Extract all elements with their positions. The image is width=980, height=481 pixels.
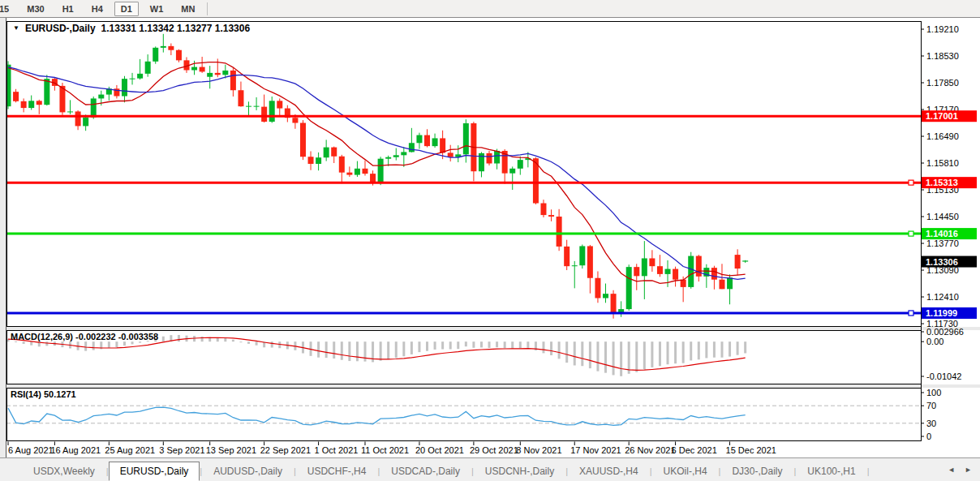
tab-usdx-weekly[interactable]: USDX,Weekly: [22, 462, 106, 481]
macd-histogram-bar: [23, 341, 25, 344]
timeframe-button-h4[interactable]: H4: [85, 2, 110, 16]
tab-dj30-daily[interactable]: DJ30-,Daily: [720, 462, 793, 481]
macd-histogram-bar: [519, 341, 522, 348]
date-axis-label: 6 Dec 2021: [672, 445, 717, 455]
candle-body: [292, 118, 298, 122]
macd-histogram-bar: [380, 341, 382, 361]
rsi-axis-label: 70: [926, 401, 936, 410]
date-axis-label: 16 Aug 2021: [50, 445, 101, 455]
macd-histogram-bar: [713, 341, 716, 358]
candle-body: [611, 294, 617, 313]
candle-body: [696, 256, 702, 277]
timeframe-button-d1[interactable]: D1: [114, 2, 139, 16]
candle-body: [579, 246, 585, 265]
macd-histogram-bar: [131, 341, 134, 344]
candle-body: [137, 74, 143, 79]
candle-body: [494, 151, 500, 164]
candle-body: [362, 169, 368, 174]
tab-usdcad-daily[interactable]: USDCAD-,Daily: [380, 462, 471, 481]
candle-body: [432, 138, 438, 146]
macd-histogram-bar: [565, 341, 568, 363]
macd-histogram-bar: [201, 337, 204, 341]
macd-histogram-bar: [441, 341, 444, 349]
tab-eurusd-daily[interactable]: EURUSD-,Daily: [109, 462, 200, 481]
date-axis-label: 8 Nov 2021: [516, 445, 561, 455]
timeframe-button-h1[interactable]: H1: [56, 2, 80, 16]
macd-histogram-bar: [15, 341, 17, 342]
candle-body: [21, 101, 27, 108]
line-handle[interactable]: [909, 180, 913, 185]
candle-body: [595, 278, 600, 298]
rsi-axis-label: 100: [926, 388, 941, 397]
price-axis-label: 1.15810: [926, 158, 959, 168]
macd-histogram-bar: [341, 341, 343, 360]
macd-histogram-bar: [426, 341, 428, 351]
candle-body: [67, 111, 73, 112]
candle-body: [557, 217, 562, 247]
macd-histogram-bar: [542, 341, 544, 353]
candle-body: [673, 269, 678, 280]
macd-histogram-bar: [737, 341, 739, 355]
price-line-badge: 1.15313: [926, 178, 958, 187]
candle-body: [339, 157, 345, 173]
candle-body: [191, 67, 197, 71]
macd-histogram-bar: [115, 341, 118, 347]
macd-histogram-bar: [574, 341, 576, 365]
timeframe-toolbar: 15M30H1H4D1W1MN: [0, 0, 980, 18]
macd-histogram-bar: [628, 341, 630, 374]
price-axis-label: 1.13770: [926, 238, 959, 248]
candle-body: [13, 92, 19, 101]
candle-body: [308, 157, 314, 164]
macd-histogram-bar: [511, 341, 514, 349]
chart-dropdown-icon[interactable]: ▼: [13, 24, 19, 32]
macd-histogram-bar: [224, 338, 226, 341]
candle-body: [572, 265, 578, 266]
line-handle[interactable]: [909, 311, 913, 316]
tab-uk100-h1[interactable]: UK100-,H1: [796, 462, 866, 481]
window-border: [0, 18, 6, 457]
macd-histogram-bar: [620, 341, 622, 376]
candle-body: [587, 246, 593, 277]
tab-xauusd-h4[interactable]: XAUUSD-,H4: [568, 462, 650, 481]
macd-histogram-bar: [356, 341, 359, 361]
timeframe-button-15[interactable]: 15: [0, 2, 15, 16]
date-axis-label: 11 Oct 2021: [361, 445, 409, 455]
macd-histogram-bar: [635, 341, 638, 372]
candle-body: [463, 123, 469, 154]
macd-histogram-bar: [612, 341, 615, 375]
macd-histogram-bar: [488, 341, 491, 348]
tab-usdchf-h4[interactable]: USDCHF-,H4: [296, 462, 378, 481]
tab-scroll-left-icon[interactable]: ◄: [948, 466, 955, 474]
macd-histogram-bar: [682, 341, 685, 363]
candle-body: [742, 260, 748, 261]
candle-body: [130, 79, 135, 79]
panel-splitter[interactable]: [6, 384, 980, 388]
macd-histogram-bar: [472, 341, 475, 348]
panel-splitter[interactable]: [6, 327, 980, 330]
candle-body: [448, 152, 453, 157]
candle-body: [254, 106, 260, 107]
price-line-badge: 1.14016: [926, 229, 958, 238]
chart-area[interactable]: 1.192101.185301.178501.171701.164901.158…: [6, 18, 980, 457]
macd-histogram-bar: [84, 341, 87, 350]
macd-histogram-bar: [317, 341, 320, 358]
macd-histogram-bar: [480, 341, 483, 347]
price-axis-label: 1.14450: [926, 212, 959, 221]
macd-histogram-bar: [643, 341, 646, 369]
chart-title: ▼ EURUSD-,Daily 1.13331 1.13342 1.13277 …: [13, 22, 250, 35]
date-axis-label: 22 Sep 2021: [260, 445, 311, 455]
tab-scroll-right-icon[interactable]: ►: [965, 466, 972, 474]
tab-ukoil-h4[interactable]: UKOil-,H4: [652, 462, 719, 481]
line-handle[interactable]: [909, 231, 913, 236]
candle-body: [44, 79, 49, 105]
trading-terminal-window: 15M30H1H4D1W1MN 1.192101.185301.178501.1…: [0, 0, 980, 481]
price-axis-label: 1.17850: [926, 78, 959, 88]
macd-histogram-bar: [550, 341, 552, 355]
macd-histogram-bar: [457, 341, 459, 349]
timeframe-button-w1[interactable]: W1: [144, 2, 170, 16]
tab-audusd-daily[interactable]: AUDUSD-,Daily: [202, 462, 294, 481]
macd-histogram-bar: [720, 341, 723, 358]
timeframe-button-mn[interactable]: MN: [174, 2, 201, 16]
tab-usdcnh-daily[interactable]: USDCNH-,Daily: [474, 462, 565, 481]
timeframe-button-m30[interactable]: M30: [20, 2, 50, 16]
